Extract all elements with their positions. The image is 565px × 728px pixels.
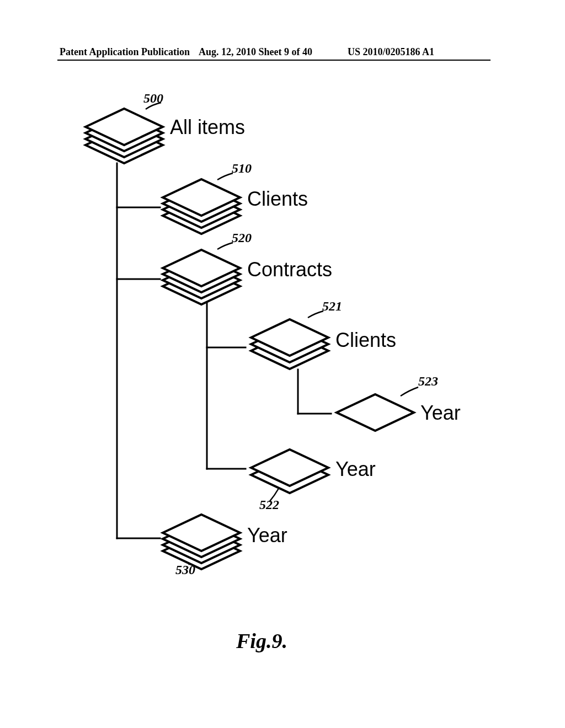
node-label-contracts: Contracts — [247, 258, 332, 281]
node-label-year522: Year — [335, 458, 376, 481]
stack-icon — [251, 319, 328, 369]
node-label-all-items: All items — [170, 116, 245, 139]
stack-icon — [337, 394, 414, 431]
node-label-clients: Clients — [247, 188, 308, 211]
stack-icon — [163, 179, 240, 234]
ref-523: 523 — [418, 374, 438, 389]
ref-522: 522 — [259, 497, 279, 512]
ref-510: 510 — [232, 161, 252, 176]
stack-icon — [163, 515, 240, 569]
node-label-clients2: Clients — [335, 329, 396, 352]
stack-icon — [251, 449, 328, 493]
svg-marker-24 — [337, 394, 414, 431]
ref-521: 521 — [322, 299, 342, 314]
stack-icon — [163, 250, 240, 304]
node-label-year523: Year — [420, 402, 461, 425]
diagram-canvas — [0, 0, 565, 728]
ref-520: 520 — [232, 231, 252, 245]
stack-icon — [86, 109, 163, 163]
ref-500: 500 — [143, 91, 163, 106]
figure-label: Fig.9. — [236, 629, 287, 653]
ref-530: 530 — [175, 563, 195, 577]
node-label-year530: Year — [247, 524, 287, 547]
